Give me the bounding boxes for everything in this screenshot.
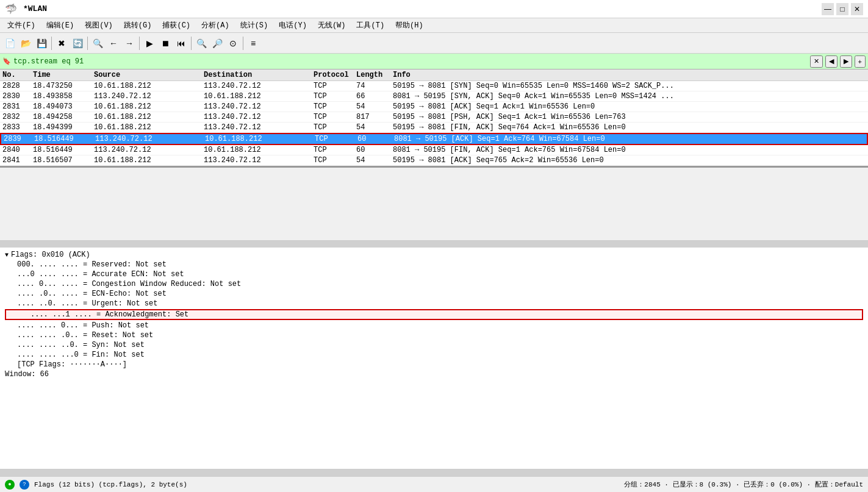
zoom-in-button[interactable]: 🔍 — [194, 36, 209, 51]
menu-item-工具T[interactable]: 工具(T) — [351, 19, 389, 32]
table-row[interactable]: 2833 18.494399 10.61.188.212 113.240.72.… — [0, 123, 868, 133]
status-left: ● ? Flags (12 bits) (tcp.flags), 2 byte(… — [5, 480, 187, 490]
cell-src: 113.240.72.12 — [94, 146, 204, 154]
forward-button[interactable]: → — [122, 36, 137, 51]
save-button[interactable]: 💾 — [34, 36, 49, 51]
filter-input[interactable]: tcp.stream eq 91 — [13, 57, 808, 66]
cell-info: 50195 → 8081 [ACK] Seq=765 Ack=2 Win=655… — [393, 156, 866, 165]
go-button[interactable]: ▶ — [142, 36, 157, 51]
filter-label: 🔖 — [2, 57, 11, 65]
find-button[interactable]: 🔍 — [90, 36, 105, 51]
filter-back-button[interactable]: ◀ — [825, 55, 838, 68]
menu-item-无线W[interactable]: 无线(W) — [313, 19, 351, 32]
cell-len: 66 — [356, 92, 393, 101]
status-icon-blue: ? — [20, 480, 29, 490]
header-length: Length — [356, 71, 393, 79]
detail-line: .... .... ...0 = Fin: Not set — [5, 350, 863, 360]
cell-dst: 113.240.72.12 — [204, 113, 314, 121]
menu-bar: 文件(F)编辑(E)视图(V)跳转(G)捕获(C)分析(A)统计(S)电话(Y)… — [0, 18, 868, 33]
packet-list-area[interactable]: No. Time Source Destination Protocol Len… — [0, 70, 868, 240]
filter-close-button[interactable]: ✕ — [810, 55, 823, 68]
menu-item-编辑E[interactable]: 编辑(E) — [41, 19, 79, 32]
cell-no: 2830 — [2, 92, 33, 101]
separator-4 — [191, 37, 192, 50]
cell-info: 50195 → 8081 [PSH, ACK] Seq=1 Ack=1 Win=… — [393, 113, 866, 121]
cell-time: 18.494258 — [33, 113, 94, 121]
stop-button[interactable]: ⏹ — [158, 36, 173, 51]
header-time: Time — [33, 71, 94, 79]
menu-item-视图V[interactable]: 视图(V) — [80, 19, 118, 32]
zoom-reset-button[interactable]: ⊙ — [226, 36, 240, 51]
detail-lines: 000. .... .... = Reserved: Not set...0 .… — [5, 260, 863, 379]
restart-button[interactable]: ⏮ — [174, 36, 188, 51]
new-button[interactable]: 📄 — [2, 36, 17, 51]
cell-src: 10.61.188.212 — [94, 123, 204, 132]
cell-dst: 113.240.72.12 — [204, 82, 314, 90]
detail-line: ...0 .... .... = Accurate ECN: Not set — [5, 269, 863, 279]
menu-item-跳转G[interactable]: 跳转(G) — [119, 19, 157, 32]
close-button[interactable]: ✕ — [851, 3, 863, 15]
menu-item-电话Y[interactable]: 电话(Y) — [274, 19, 312, 32]
cell-src: 113.240.72.12 — [95, 135, 205, 143]
cell-info: 8081 → 50195 [ACK] Seq=1 Ack=764 Win=675… — [394, 135, 864, 143]
cell-info: 8081 → 50195 [SYN, ACK] Seq=0 Ack=1 Win=… — [393, 92, 866, 101]
cell-src: 113.240.72.12 — [94, 92, 204, 101]
reload-button[interactable]: 🔄 — [70, 36, 85, 51]
table-row[interactable]: 2830 18.493858 113.240.72.12 10.61.188.2… — [0, 91, 868, 102]
cell-proto: TCP — [314, 82, 356, 90]
header-info: Info — [393, 71, 866, 79]
detail-line: [TCP Flags: ·······A····] — [5, 360, 863, 369]
open-button[interactable]: 📂 — [18, 36, 33, 51]
filter-plus-button[interactable]: + — [855, 55, 866, 68]
expand-arrow[interactable]: ▼ — [5, 252, 9, 258]
detail-area: ▼ Flags: 0x010 (ACK) 000. .... .... = Re… — [0, 248, 868, 469]
minimize-button[interactable]: — — [822, 3, 834, 15]
table-row[interactable]: 2839 18.516449 113.240.72.12 10.61.188.2… — [0, 133, 868, 145]
menu-item-分析A[interactable]: 分析(A) — [196, 19, 234, 32]
cell-no: 2832 — [2, 113, 33, 121]
table-row[interactable]: 2831 18.494073 10.61.188.212 113.240.72.… — [0, 102, 868, 112]
table-row[interactable]: 2841 18.516507 10.61.188.212 113.240.72.… — [0, 155, 868, 166]
cell-no: 2841 — [2, 156, 33, 165]
cell-len: 54 — [356, 123, 393, 132]
colorize-button[interactable]: ≡ — [246, 36, 260, 51]
cell-dst: 10.61.188.212 — [205, 135, 315, 143]
close-file-button[interactable]: ✖ — [54, 36, 69, 51]
cell-no: 2840 — [2, 146, 33, 154]
detail-line: 000. .... .... = Reserved: Not set — [5, 260, 863, 269]
menu-item-帮助H[interactable]: 帮助(H) — [390, 19, 428, 32]
cell-dst: 113.240.72.12 — [204, 123, 314, 132]
menu-item-文件F[interactable]: 文件(F) — [2, 19, 40, 32]
table-row[interactable]: 2828 18.473250 10.61.188.212 113.240.72.… — [0, 81, 868, 91]
table-row[interactable]: 2832 18.494258 10.61.188.212 113.240.72.… — [0, 112, 868, 123]
zoom-out-button[interactable]: 🔎 — [210, 36, 224, 51]
cell-time: 18.516449 — [33, 146, 94, 154]
cell-len: 74 — [356, 82, 393, 90]
cell-info: 50195 → 8081 [SYN] Seq=0 Win=65535 Len=0… — [393, 82, 866, 90]
detail-line: .... .... .0.. = Reset: Not set — [5, 330, 863, 340]
title-bar: 🦈 *WLAN — □ ✕ — [0, 0, 868, 18]
filter-bar: 🔖 tcp.stream eq 91 ✕ ◀ ▶ + — [0, 54, 868, 70]
bottom-horizontal-scrollbar[interactable] — [0, 469, 868, 476]
table-row[interactable]: 2840 18.516449 113.240.72.12 10.61.188.2… — [0, 145, 868, 155]
separator-3 — [139, 37, 140, 50]
toolbar: 📄 📂 💾 ✖ 🔄 🔍 ← → ▶ ⏹ ⏮ 🔍 🔎 ⊙ ≡ — [0, 33, 868, 54]
detail-line: .... .... 0... = Push: Not set — [5, 321, 863, 330]
separator-1 — [51, 37, 52, 50]
menu-item-统计S[interactable]: 统计(S) — [235, 19, 273, 32]
cell-src: 10.61.188.212 — [94, 102, 204, 111]
cell-src: 10.61.188.212 — [94, 82, 204, 90]
horizontal-scrollbar[interactable] — [0, 240, 868, 248]
cell-no: 2839 — [4, 135, 34, 143]
cell-len: 54 — [356, 156, 393, 165]
title-bar-controls: — □ ✕ — [822, 3, 863, 15]
cell-proto: TCP — [314, 102, 356, 111]
menu-item-捕获C[interactable]: 捕获(C) — [157, 19, 195, 32]
filter-forward-button[interactable]: ▶ — [840, 55, 852, 68]
maximize-button[interactable]: □ — [836, 3, 848, 15]
cell-dst: 10.61.188.212 — [204, 92, 314, 101]
cell-time: 18.494399 — [33, 123, 94, 132]
main-content: No. Time Source Destination Protocol Len… — [0, 70, 868, 476]
window-title: *WLAN — [23, 4, 47, 13]
back-button[interactable]: ← — [106, 36, 121, 51]
